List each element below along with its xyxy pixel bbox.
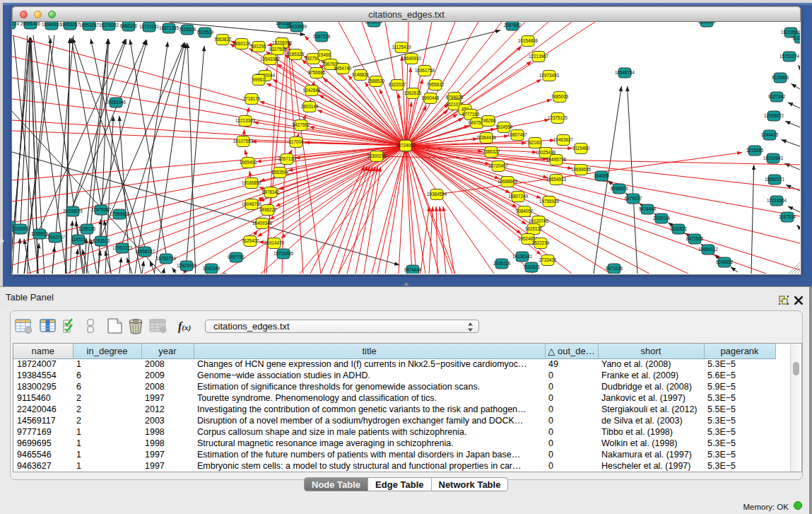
svg-text:891295: 891295 — [251, 44, 266, 49]
svg-text:7632621: 7632621 — [670, 226, 688, 231]
svg-text:7515524: 7515524 — [196, 30, 214, 35]
svg-text:18300295: 18300295 — [367, 153, 387, 158]
svg-text:1615132: 1615132 — [525, 226, 543, 231]
svg-text:1295135: 1295135 — [78, 226, 96, 231]
svg-text:16782759: 16782759 — [156, 256, 177, 261]
svg-text:1553594: 1553594 — [271, 170, 289, 175]
svg-text:14495798: 14495798 — [546, 157, 567, 162]
svg-text:18940910: 18940910 — [42, 22, 62, 27]
svg-text:15751074: 15751074 — [779, 54, 800, 59]
svg-text:16914479: 16914479 — [264, 240, 285, 245]
svg-text:164095: 164095 — [594, 173, 609, 178]
svg-text:114519: 114519 — [71, 237, 86, 242]
svg-text:1965493: 1965493 — [240, 160, 257, 165]
svg-text:13654923: 13654923 — [546, 177, 567, 182]
svg-text:16953287: 16953287 — [60, 22, 81, 27]
svg-text:16553287: 16553287 — [79, 23, 100, 28]
svg-text:10154808: 10154808 — [518, 38, 539, 43]
svg-text:7625402: 7625402 — [242, 238, 259, 243]
svg-text:9084067: 9084067 — [516, 209, 534, 214]
svg-text:15409348: 15409348 — [252, 221, 273, 226]
svg-text:8471636: 8471636 — [686, 236, 704, 241]
svg-text:8660124: 8660124 — [233, 41, 251, 46]
svg-text:10654112: 10654112 — [698, 247, 718, 252]
svg-text:2087682: 2087682 — [504, 23, 522, 28]
svg-text:18640910: 18640910 — [401, 56, 422, 61]
svg-text:117004: 117004 — [289, 139, 304, 144]
svg-text:f(x): f(x) — [178, 320, 191, 333]
svg-text:15716485: 15716485 — [273, 251, 294, 256]
svg-text:18807249: 18807249 — [508, 194, 529, 199]
svg-text:99961: 99961 — [252, 77, 265, 82]
svg-text:8990448: 8990448 — [422, 95, 440, 100]
svg-text:6479197: 6479197 — [625, 196, 642, 201]
svg-text:8471636: 8471636 — [606, 266, 623, 271]
svg-text:9146821: 9146821 — [352, 72, 370, 77]
svg-text:20053346: 20053346 — [106, 100, 126, 105]
svg-text:10543382: 10543382 — [260, 57, 281, 62]
svg-text:19756928: 19756928 — [539, 199, 560, 204]
svg-text:12942757: 12942757 — [45, 235, 66, 240]
svg-text:19384554: 19384554 — [427, 192, 447, 197]
svg-text:746266: 746266 — [481, 118, 496, 123]
svg-text:1293513: 1293513 — [93, 238, 110, 243]
svg-text:15692971: 15692971 — [765, 177, 785, 182]
svg-text:10688609: 10688609 — [498, 179, 518, 184]
svg-text:3624554: 3624554 — [495, 124, 513, 129]
svg-text:7663822: 7663822 — [214, 37, 232, 42]
svg-text:9474444: 9474444 — [404, 267, 422, 272]
svg-text:22975687: 22975687 — [91, 207, 112, 212]
svg-text:16033809: 16033809 — [287, 24, 307, 29]
svg-text:12213967: 12213967 — [529, 54, 549, 59]
svg-text:10107553: 10107553 — [233, 139, 254, 144]
svg-text:1915001: 1915001 — [12, 226, 30, 231]
svg-text:2522234: 2522234 — [532, 240, 550, 245]
svg-text:16671355: 16671355 — [159, 25, 180, 30]
svg-text:16961758: 16961758 — [415, 68, 435, 73]
svg-text:2718176: 2718176 — [243, 96, 261, 101]
svg-text:9777169: 9777169 — [462, 112, 480, 117]
svg-text:9245652: 9245652 — [716, 259, 734, 264]
svg-text:1132522: 1132522 — [792, 35, 800, 40]
svg-text:9115460: 9115460 — [572, 146, 590, 151]
svg-text:8878342: 8878342 — [262, 189, 280, 194]
svg-text:15466: 15466 — [318, 52, 331, 57]
svg-text:10699695: 10699695 — [571, 167, 592, 172]
svg-text:16548784: 16548784 — [615, 70, 635, 75]
svg-text:3267130: 3267130 — [278, 156, 296, 161]
svg-text:10958157: 10958157 — [135, 249, 155, 254]
svg-text:2733426: 2733426 — [539, 257, 557, 262]
svg-text:19166852: 19166852 — [242, 180, 262, 185]
svg-text:17016504: 17016504 — [767, 198, 787, 203]
svg-text:9227342: 9227342 — [768, 94, 786, 99]
svg-text:16120746: 16120746 — [529, 218, 549, 223]
svg-text:8813054: 8813054 — [698, 22, 716, 24]
svg-text:17957223: 17957223 — [112, 245, 133, 250]
svg-text:11125419: 11125419 — [392, 45, 411, 49]
svg-text:20091406: 20091406 — [20, 22, 41, 26]
svg-text:1292349: 1292349 — [203, 266, 220, 271]
svg-text:8322037: 8322037 — [389, 82, 406, 87]
svg-text:9129906: 9129906 — [772, 75, 789, 80]
svg-text:1362615: 1362615 — [404, 90, 422, 95]
svg-text:7515524: 7515524 — [179, 27, 196, 32]
svg-text:1498222: 1498222 — [259, 207, 277, 212]
svg-text:10807487: 10807487 — [507, 132, 528, 137]
svg-text:12093872: 12093872 — [764, 113, 784, 118]
svg-text:2935114: 2935114 — [653, 216, 671, 221]
svg-text:8938923: 8938923 — [611, 186, 628, 191]
svg-text:7485003: 7485003 — [551, 94, 569, 99]
svg-text:20206576: 20206576 — [63, 209, 83, 214]
svg-text:10463627: 10463627 — [553, 137, 574, 142]
svg-text:9457791: 9457791 — [228, 255, 245, 259]
svg-text:3215955: 3215955 — [746, 148, 764, 153]
svg-text:62160: 62160 — [529, 140, 541, 145]
svg-text:10719181: 10719181 — [139, 24, 160, 29]
svg-text:10973493: 10973493 — [539, 73, 560, 78]
svg-text:2803144: 2803144 — [301, 104, 319, 109]
svg-text:12923498: 12923498 — [177, 263, 197, 268]
svg-text:6466100: 6466100 — [120, 23, 138, 28]
svg-text:7357224: 7357224 — [313, 34, 331, 39]
svg-text:16210643: 16210643 — [763, 156, 784, 160]
svg-text:18724007: 18724007 — [396, 143, 416, 148]
